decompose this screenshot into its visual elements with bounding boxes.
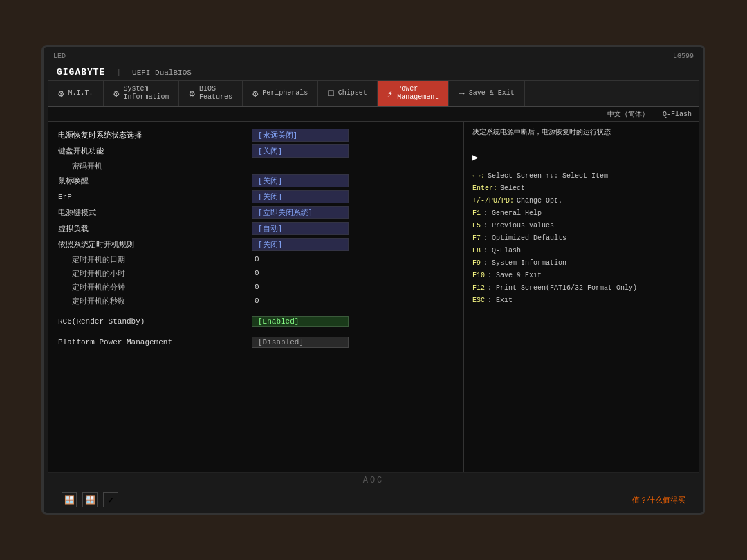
help-desc-f8: : Q-Flash <box>483 245 521 257</box>
tab-chipset-label: Chipset <box>338 89 367 97</box>
setting-label-rc6: RC6(Render Standby) <box>58 317 252 326</box>
help-key-2: +/-/PU/PD: <box>472 195 514 207</box>
setting-row-ppm[interactable]: Platform Power Management [Disabled] <box>58 335 454 349</box>
help-desc-1: Select <box>500 183 525 195</box>
bios-screen: GIGABYTE | UEFI DualBIOS ⚙ M.I.T. ⚙ Syst… <box>48 64 699 473</box>
help-navigation: ←→: Select Screen ↑↓: Select Item Enter:… <box>472 170 690 307</box>
setting-label-2: 密码开机 <box>58 161 252 171</box>
setting-label-4: ErP <box>58 193 252 201</box>
bezel-icon-1: 🪟 <box>62 492 77 507</box>
help-desc-f7: : Optimized Defaults <box>483 232 566 245</box>
help-line-2: +/-/PU/PD: Change Opt. <box>472 195 690 207</box>
help-key-f1: F1 <box>472 207 481 220</box>
settings-panel: 电源恢复时系统状态选择 [永远关闭] 键盘开机功能 [关闭] 密码开机 鼠标唤醒… <box>48 122 463 472</box>
help-desc-f9: : System Information <box>483 257 566 270</box>
monitor-label-right: LG599 <box>673 53 694 60</box>
setting-label-9: 定时开机的小时 <box>58 268 252 279</box>
monitor-labels: LED LG599 <box>48 51 699 62</box>
setting-row-5[interactable]: 电源键模式 [立即关闭系统] <box>58 205 454 221</box>
setting-value-1: [关闭] <box>252 144 349 158</box>
tab-power-management[interactable]: ⚡ PowerManagement <box>378 81 449 106</box>
setting-row-0[interactable]: 电源恢复时系统状态选择 [永远关闭] <box>58 127 454 143</box>
cursor-arrow: ▶ <box>472 151 690 163</box>
nav-tabs: ⚙ M.I.T. ⚙ SystemInformation ⚙ BIOSFeatu… <box>48 81 699 107</box>
brand-uefi: UEFI DualBIOS <box>132 68 192 77</box>
setting-row-11[interactable]: 定时开机的秒数 0 <box>58 294 454 308</box>
setting-label-6: 虚拟负载 <box>58 223 252 234</box>
setting-label-8: 定时开机的日期 <box>58 254 252 265</box>
tab-power-label: PowerManagement <box>397 85 439 102</box>
help-desc-f1: : General Help <box>483 207 542 220</box>
monitor-brand-label: AOC <box>363 476 385 485</box>
setting-row-6[interactable]: 虚拟负载 [自动] <box>58 221 454 236</box>
setting-label-3: 鼠标唤醒 <box>58 176 252 186</box>
setting-value-5: [立即关闭系统] <box>252 206 349 219</box>
setting-value-7: [关闭] <box>252 238 349 251</box>
setting-row-7[interactable]: 依照系统定时开机规则 [关闭] <box>58 236 454 252</box>
help-desc-esc: : Exit <box>488 295 513 307</box>
bezel-icon-2: 🪟 <box>82 492 98 507</box>
help-line-5: F7 : Optimized Defaults <box>472 232 690 245</box>
monitor-label-left: LED <box>53 53 66 60</box>
tab-save-exit-label: Save & Exit <box>469 89 515 97</box>
help-key-0: ←→: <box>472 170 485 183</box>
setting-value-rc6: [Enabled] <box>252 316 349 327</box>
bezel-icons: 🪟 🪟 ✔ <box>62 492 118 507</box>
setting-row-9[interactable]: 定时开机的小时 0 <box>58 266 454 280</box>
setting-label-11: 定时开机的秒数 <box>58 296 252 306</box>
tab-system-information[interactable]: ⚙ SystemInformation <box>104 81 179 106</box>
help-panel: 决定系统电源中断后，电源恢复时的运行状态 ▶ ←→: Select Screen… <box>463 122 699 472</box>
help-line-9: F12 : Print Screen(FAT16/32 Format Only) <box>472 282 690 295</box>
setting-value-4: [关闭] <box>252 190 349 203</box>
nav-secondary: 中文（简体） Q-Flash <box>48 107 699 122</box>
help-key-1: Enter: <box>472 183 497 195</box>
tab-bios-features[interactable]: ⚙ BIOSFeatures <box>179 81 242 106</box>
setting-value-9: 0 <box>252 268 349 278</box>
brand-gigabyte: GIGABYTE <box>57 67 105 77</box>
tab-peripherals-label: Peripherals <box>262 89 308 97</box>
setting-row-3[interactable]: 鼠标唤醒 [关闭] <box>58 173 454 189</box>
setting-row-10[interactable]: 定时开机的分钟 0 <box>58 280 454 294</box>
bezel-icon-3: ✔ <box>103 492 118 507</box>
setting-value-6: [自动] <box>252 222 349 235</box>
peripherals-icon: ⚙ <box>252 88 258 100</box>
setting-row-1[interactable]: 键盘开机功能 [关闭] <box>58 143 454 159</box>
tab-mit-label: M.I.T. <box>68 89 93 97</box>
sysinfo-icon: ⚙ <box>113 88 119 100</box>
tab-chipset[interactable]: □ Chipset <box>318 81 377 106</box>
setting-value-0: [永远关闭] <box>252 129 349 142</box>
help-desc-f10: : Save & Exit <box>488 270 542 282</box>
setting-label-7: 依照系统定时开机规则 <box>58 239 252 250</box>
setting-row-2[interactable]: 密码开机 <box>58 159 454 173</box>
separator: | <box>116 68 121 77</box>
setting-value-11: 0 <box>252 296 349 306</box>
monitor-brand: AOC <box>48 473 699 488</box>
setting-row-4[interactable]: ErP [关闭] <box>58 189 454 205</box>
tab-bios-label: BIOSFeatures <box>199 85 232 102</box>
mit-icon: ⚙ <box>58 88 64 100</box>
tab-sysinfo-label: SystemInformation <box>123 85 169 102</box>
setting-row-rc6[interactable]: RC6(Render Standby) [Enabled] <box>58 315 454 328</box>
help-desc-0: Select Screen ↑↓: Select Item <box>488 170 608 183</box>
help-key-f9: F9 <box>472 257 481 270</box>
monitor-outer: LED LG599 GIGABYTE | UEFI DualBIOS ⚙ M.I… <box>42 45 706 515</box>
tab-mit[interactable]: ⚙ M.I.T. <box>48 81 104 106</box>
help-key-esc: ESC <box>472 295 485 307</box>
help-line-4: F5 : Previous Values <box>472 220 690 232</box>
help-line-1: Enter: Select <box>472 183 690 195</box>
help-line-0: ←→: Select Screen ↑↓: Select Item <box>472 170 690 183</box>
bios-icon: ⚙ <box>189 88 194 100</box>
help-line-6: F8 : Q-Flash <box>472 245 690 257</box>
help-desc-f5: : Previous Values <box>483 220 554 232</box>
qflash-button[interactable]: Q-Flash <box>663 111 692 118</box>
tab-save-exit[interactable]: → Save & Exit <box>449 81 524 106</box>
language-select[interactable]: 中文（简体） <box>607 109 649 119</box>
help-desc-f12: : Print Screen(FAT16/32 Format Only) <box>488 282 637 295</box>
setting-value-10: 0 <box>252 282 349 292</box>
setting-row-8[interactable]: 定时开机的日期 0 <box>58 252 454 266</box>
help-line-10: ESC : Exit <box>472 295 690 307</box>
help-line-7: F9 : System Information <box>472 257 690 270</box>
tab-peripherals[interactable]: ⚙ Peripherals <box>243 81 318 106</box>
setting-label-10: 定时开机的分钟 <box>58 282 252 292</box>
help-line-3: F1 : General Help <box>472 207 690 220</box>
